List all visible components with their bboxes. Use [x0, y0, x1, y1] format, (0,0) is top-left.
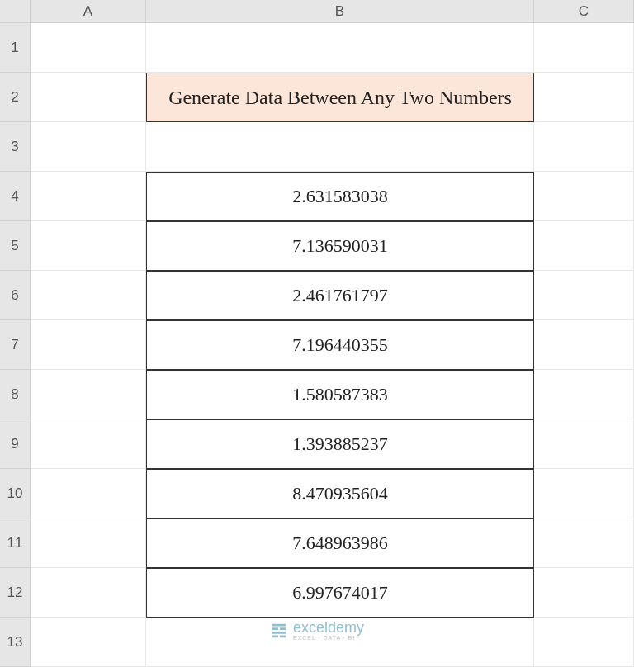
cell-a6[interactable]: [31, 271, 146, 320]
spreadsheet-grid: A B C 1 2 Generate Data Between Any Two …: [0, 0, 634, 667]
row-header-6[interactable]: 6: [0, 271, 31, 320]
cell-c8[interactable]: [534, 370, 634, 419]
cell-a13[interactable]: [31, 618, 146, 667]
row-header-4[interactable]: 4: [0, 172, 31, 221]
watermark-text: exceldemy EXCEL · DATA · BI: [293, 620, 364, 641]
cell-b3[interactable]: [146, 122, 534, 172]
cell-c7[interactable]: [534, 320, 634, 370]
cell-b10[interactable]: 8.470935604: [146, 469, 534, 518]
cell-b7[interactable]: 7.196440355: [146, 320, 534, 370]
cell-a3[interactable]: [31, 122, 146, 172]
row-header-2[interactable]: 2: [0, 73, 31, 122]
cell-b1[interactable]: [146, 23, 534, 73]
select-all-corner[interactable]: [0, 0, 31, 23]
column-header-a[interactable]: A: [31, 0, 146, 23]
cell-b9[interactable]: 1.393885237: [146, 419, 534, 469]
cell-a7[interactable]: [31, 320, 146, 370]
cell-a5[interactable]: [31, 221, 146, 271]
cell-a1[interactable]: [31, 23, 146, 73]
row-header-9[interactable]: 9: [0, 419, 31, 469]
row-header-8[interactable]: 8: [0, 370, 31, 419]
cell-a9[interactable]: [31, 419, 146, 469]
row-header-7[interactable]: 7: [0, 320, 31, 370]
cell-b2-title[interactable]: Generate Data Between Any Two Numbers: [146, 73, 534, 122]
row-header-13[interactable]: 13: [0, 618, 31, 667]
cell-c4[interactable]: [534, 172, 634, 221]
cell-b12[interactable]: 6.997674017: [146, 568, 534, 618]
cell-c9[interactable]: [534, 419, 634, 469]
row-header-1[interactable]: 1: [0, 23, 31, 73]
cell-c3[interactable]: [534, 122, 634, 172]
cell-a2[interactable]: [31, 73, 146, 122]
cell-c13[interactable]: [534, 618, 634, 667]
row-header-5[interactable]: 5: [0, 221, 31, 271]
cell-b11[interactable]: 7.648963986: [146, 518, 534, 568]
watermark-logo-icon: [270, 622, 288, 640]
column-header-b[interactable]: B: [146, 0, 534, 23]
column-header-c[interactable]: C: [534, 0, 634, 23]
cell-c5[interactable]: [534, 221, 634, 271]
watermark-main: exceldemy: [293, 620, 364, 635]
cell-b8[interactable]: 1.580587383: [146, 370, 534, 419]
cell-b4[interactable]: 2.631583038: [146, 172, 534, 221]
cell-c12[interactable]: [534, 568, 634, 618]
row-header-10[interactable]: 10: [0, 469, 31, 518]
cell-a8[interactable]: [31, 370, 146, 419]
row-header-12[interactable]: 12: [0, 568, 31, 618]
cell-c1[interactable]: [534, 23, 634, 73]
row-header-11[interactable]: 11: [0, 518, 31, 568]
row-header-3[interactable]: 3: [0, 122, 31, 172]
cell-a4[interactable]: [31, 172, 146, 221]
cell-a10[interactable]: [31, 469, 146, 518]
cell-a12[interactable]: [31, 568, 146, 618]
cell-c2[interactable]: [534, 73, 634, 122]
cell-b6[interactable]: 2.461761797: [146, 271, 534, 320]
cell-a11[interactable]: [31, 518, 146, 568]
cell-c11[interactable]: [534, 518, 634, 568]
watermark-sub: EXCEL · DATA · BI: [293, 635, 364, 641]
cell-c6[interactable]: [534, 271, 634, 320]
watermark: exceldemy EXCEL · DATA · BI: [270, 620, 364, 641]
cell-b5[interactable]: 7.136590031: [146, 221, 534, 271]
cell-c10[interactable]: [534, 469, 634, 518]
